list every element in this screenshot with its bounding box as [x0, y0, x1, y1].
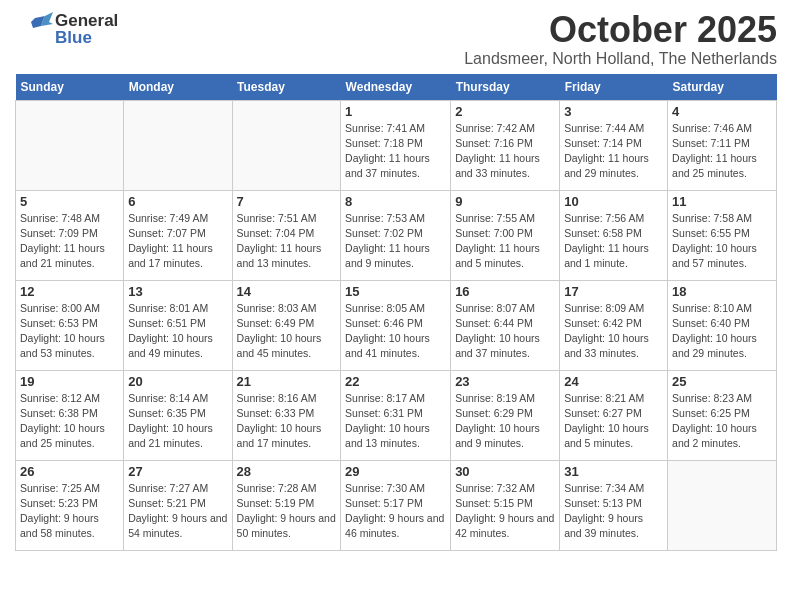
calendar-cell: 9Sunrise: 7:55 AM Sunset: 7:00 PM Daylig… [451, 190, 560, 280]
calendar-cell: 17Sunrise: 8:09 AM Sunset: 6:42 PM Dayli… [560, 280, 668, 370]
date-number: 31 [564, 464, 663, 479]
date-number: 18 [672, 284, 772, 299]
calendar-cell: 3Sunrise: 7:44 AM Sunset: 7:14 PM Daylig… [560, 100, 668, 190]
calendar-cell: 4Sunrise: 7:46 AM Sunset: 7:11 PM Daylig… [668, 100, 777, 190]
day-info: Sunrise: 8:23 AM Sunset: 6:25 PM Dayligh… [672, 391, 772, 452]
col-wednesday: Wednesday [341, 74, 451, 101]
day-info: Sunrise: 7:27 AM Sunset: 5:21 PM Dayligh… [128, 481, 227, 542]
calendar-week-4: 19Sunrise: 8:12 AM Sunset: 6:38 PM Dayli… [16, 370, 777, 460]
page: General Blue October 2025 Landsmeer, Nor… [0, 0, 792, 561]
date-number: 1 [345, 104, 446, 119]
calendar-cell: 31Sunrise: 7:34 AM Sunset: 5:13 PM Dayli… [560, 460, 668, 550]
calendar-cell: 22Sunrise: 8:17 AM Sunset: 6:31 PM Dayli… [341, 370, 451, 460]
date-number: 12 [20, 284, 119, 299]
calendar-cell: 24Sunrise: 8:21 AM Sunset: 6:27 PM Dayli… [560, 370, 668, 460]
calendar-week-1: 1Sunrise: 7:41 AM Sunset: 7:18 PM Daylig… [16, 100, 777, 190]
date-number: 3 [564, 104, 663, 119]
calendar-cell: 14Sunrise: 8:03 AM Sunset: 6:49 PM Dayli… [232, 280, 341, 370]
calendar-table: Sunday Monday Tuesday Wednesday Thursday… [15, 74, 777, 551]
calendar-cell: 11Sunrise: 7:58 AM Sunset: 6:55 PM Dayli… [668, 190, 777, 280]
calendar-cell: 1Sunrise: 7:41 AM Sunset: 7:18 PM Daylig… [341, 100, 451, 190]
day-info: Sunrise: 8:09 AM Sunset: 6:42 PM Dayligh… [564, 301, 663, 362]
day-info: Sunrise: 8:07 AM Sunset: 6:44 PM Dayligh… [455, 301, 555, 362]
calendar-cell: 8Sunrise: 7:53 AM Sunset: 7:02 PM Daylig… [341, 190, 451, 280]
calendar-cell: 6Sunrise: 7:49 AM Sunset: 7:07 PM Daylig… [124, 190, 232, 280]
date-number: 24 [564, 374, 663, 389]
day-info: Sunrise: 7:25 AM Sunset: 5:23 PM Dayligh… [20, 481, 119, 542]
col-friday: Friday [560, 74, 668, 101]
date-number: 15 [345, 284, 446, 299]
date-number: 8 [345, 194, 446, 209]
date-number: 2 [455, 104, 555, 119]
day-info: Sunrise: 7:56 AM Sunset: 6:58 PM Dayligh… [564, 211, 663, 272]
calendar-cell: 2Sunrise: 7:42 AM Sunset: 7:16 PM Daylig… [451, 100, 560, 190]
calendar-cell: 21Sunrise: 8:16 AM Sunset: 6:33 PM Dayli… [232, 370, 341, 460]
day-info: Sunrise: 7:51 AM Sunset: 7:04 PM Dayligh… [237, 211, 337, 272]
calendar-cell: 25Sunrise: 8:23 AM Sunset: 6:25 PM Dayli… [668, 370, 777, 460]
day-info: Sunrise: 8:21 AM Sunset: 6:27 PM Dayligh… [564, 391, 663, 452]
day-info: Sunrise: 8:16 AM Sunset: 6:33 PM Dayligh… [237, 391, 337, 452]
day-info: Sunrise: 7:30 AM Sunset: 5:17 PM Dayligh… [345, 481, 446, 542]
calendar-cell: 10Sunrise: 7:56 AM Sunset: 6:58 PM Dayli… [560, 190, 668, 280]
calendar-cell [668, 460, 777, 550]
calendar-week-3: 12Sunrise: 8:00 AM Sunset: 6:53 PM Dayli… [16, 280, 777, 370]
col-sunday: Sunday [16, 74, 124, 101]
date-number: 21 [237, 374, 337, 389]
calendar-cell: 20Sunrise: 8:14 AM Sunset: 6:35 PM Dayli… [124, 370, 232, 460]
col-tuesday: Tuesday [232, 74, 341, 101]
logo-blue: Blue [55, 29, 118, 46]
day-info: Sunrise: 7:44 AM Sunset: 7:14 PM Dayligh… [564, 121, 663, 182]
day-info: Sunrise: 8:19 AM Sunset: 6:29 PM Dayligh… [455, 391, 555, 452]
calendar-cell: 23Sunrise: 8:19 AM Sunset: 6:29 PM Dayli… [451, 370, 560, 460]
date-number: 14 [237, 284, 337, 299]
calendar-cell: 13Sunrise: 8:01 AM Sunset: 6:51 PM Dayli… [124, 280, 232, 370]
col-monday: Monday [124, 74, 232, 101]
calendar-cell: 5Sunrise: 7:48 AM Sunset: 7:09 PM Daylig… [16, 190, 124, 280]
logo-icon [15, 10, 53, 48]
date-number: 17 [564, 284, 663, 299]
col-saturday: Saturday [668, 74, 777, 101]
date-number: 20 [128, 374, 227, 389]
date-number: 28 [237, 464, 337, 479]
calendar-cell: 26Sunrise: 7:25 AM Sunset: 5:23 PM Dayli… [16, 460, 124, 550]
logo-general: General [55, 12, 118, 29]
date-number: 5 [20, 194, 119, 209]
calendar-cell [124, 100, 232, 190]
date-number: 30 [455, 464, 555, 479]
day-info: Sunrise: 7:34 AM Sunset: 5:13 PM Dayligh… [564, 481, 663, 542]
calendar-cell: 30Sunrise: 7:32 AM Sunset: 5:15 PM Dayli… [451, 460, 560, 550]
calendar-cell: 18Sunrise: 8:10 AM Sunset: 6:40 PM Dayli… [668, 280, 777, 370]
day-info: Sunrise: 7:55 AM Sunset: 7:00 PM Dayligh… [455, 211, 555, 272]
calendar-cell: 15Sunrise: 8:05 AM Sunset: 6:46 PM Dayli… [341, 280, 451, 370]
date-number: 11 [672, 194, 772, 209]
date-number: 22 [345, 374, 446, 389]
date-number: 27 [128, 464, 227, 479]
calendar-week-2: 5Sunrise: 7:48 AM Sunset: 7:09 PM Daylig… [16, 190, 777, 280]
date-number: 7 [237, 194, 337, 209]
title-section: October 2025 Landsmeer, North Holland, T… [464, 10, 777, 68]
date-number: 13 [128, 284, 227, 299]
calendar-cell: 16Sunrise: 8:07 AM Sunset: 6:44 PM Dayli… [451, 280, 560, 370]
day-info: Sunrise: 7:48 AM Sunset: 7:09 PM Dayligh… [20, 211, 119, 272]
day-info: Sunrise: 8:01 AM Sunset: 6:51 PM Dayligh… [128, 301, 227, 362]
day-info: Sunrise: 7:53 AM Sunset: 7:02 PM Dayligh… [345, 211, 446, 272]
header: General Blue October 2025 Landsmeer, Nor… [15, 10, 777, 68]
logo: General Blue [15, 10, 118, 48]
date-number: 29 [345, 464, 446, 479]
calendar-cell: 7Sunrise: 7:51 AM Sunset: 7:04 PM Daylig… [232, 190, 341, 280]
calendar-cell: 28Sunrise: 7:28 AM Sunset: 5:19 PM Dayli… [232, 460, 341, 550]
day-info: Sunrise: 7:58 AM Sunset: 6:55 PM Dayligh… [672, 211, 772, 272]
day-info: Sunrise: 8:17 AM Sunset: 6:31 PM Dayligh… [345, 391, 446, 452]
date-number: 19 [20, 374, 119, 389]
day-info: Sunrise: 7:41 AM Sunset: 7:18 PM Dayligh… [345, 121, 446, 182]
calendar-week-5: 26Sunrise: 7:25 AM Sunset: 5:23 PM Dayli… [16, 460, 777, 550]
date-number: 6 [128, 194, 227, 209]
day-info: Sunrise: 7:42 AM Sunset: 7:16 PM Dayligh… [455, 121, 555, 182]
date-number: 26 [20, 464, 119, 479]
calendar-cell [16, 100, 124, 190]
day-info: Sunrise: 7:46 AM Sunset: 7:11 PM Dayligh… [672, 121, 772, 182]
date-number: 4 [672, 104, 772, 119]
day-info: Sunrise: 8:05 AM Sunset: 6:46 PM Dayligh… [345, 301, 446, 362]
calendar-cell: 27Sunrise: 7:27 AM Sunset: 5:21 PM Dayli… [124, 460, 232, 550]
day-info: Sunrise: 7:32 AM Sunset: 5:15 PM Dayligh… [455, 481, 555, 542]
